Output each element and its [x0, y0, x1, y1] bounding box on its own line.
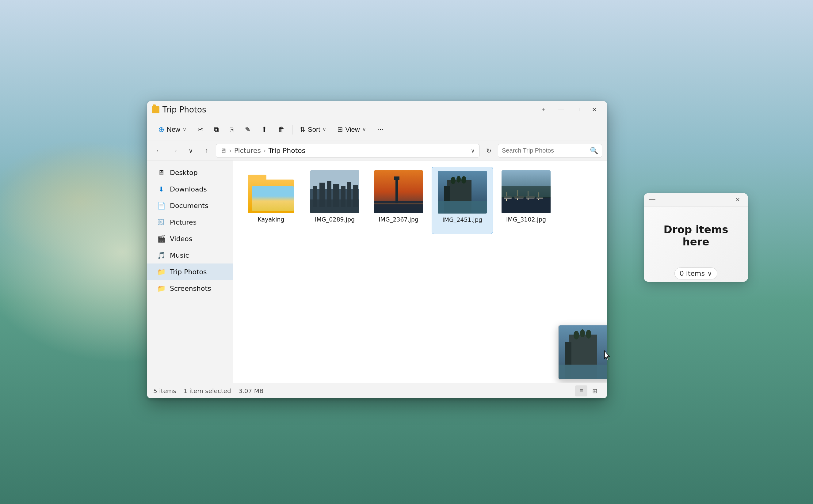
content-area: 🖥 Desktop 📌 ⬇ Downloads 📌 📄 Documents 📌 … — [147, 161, 607, 383]
share-button[interactable]: ⬆ — [256, 121, 272, 138]
sunset-svg — [374, 170, 423, 213]
copy-icon: ⧉ — [214, 126, 219, 134]
sort-chevron-icon: ∨ — [322, 127, 326, 132]
file-item-img3102[interactable]: IMG_3102.jpg — [496, 167, 557, 234]
window-icon — [152, 106, 159, 113]
breadcrumb-pictures[interactable]: Pictures — [234, 147, 261, 154]
trip-photos-icon: 📁 — [157, 267, 165, 276]
drop-panel-footer: 0 items ∨ — [644, 265, 748, 282]
svg-point-18 — [451, 177, 456, 184]
sidebar-label-documents: Documents — [170, 202, 208, 210]
rename-button[interactable]: ✎ — [240, 121, 255, 138]
delete-button[interactable]: 🗑 — [273, 121, 290, 138]
sidebar-item-videos[interactable]: 🎬 Videos 📌 — [147, 230, 233, 247]
sidebar-item-music[interactable]: 🎵 Music 📌 — [147, 247, 233, 263]
sidebar-label-downloads: Downloads — [170, 185, 207, 193]
sidebar-item-pictures[interactable]: 🖼 Pictures 📌 — [147, 214, 233, 230]
explorer-window: Trip Photos + — □ ✕ ⊕ New ∨ ✂ ⧉ ⎘ ✎ ⬆ � — [147, 101, 607, 398]
sidebar-item-screenshots[interactable]: 📁 Screenshots 📌 — [147, 280, 233, 297]
sidebar-item-downloads[interactable]: ⬇ Downloads 📌 — [147, 181, 233, 197]
items-chevron-icon: ∨ — [707, 270, 712, 277]
sidebar-label-music: Music — [170, 252, 189, 259]
city-svg — [310, 170, 359, 213]
view-button[interactable]: ⊞ View ∨ — [332, 121, 370, 138]
svg-point-36 — [574, 331, 579, 339]
maximize-button[interactable]: □ — [570, 104, 586, 116]
drop-panel-close-button[interactable]: ✕ — [732, 195, 743, 204]
items-count-badge[interactable]: 0 items ∨ — [674, 267, 717, 279]
file-item-img0289[interactable]: IMG_0289.jpg — [304, 167, 365, 234]
paste-icon: ⎘ — [230, 126, 234, 134]
desktop-icon: 🖥 — [157, 168, 165, 177]
cut-button[interactable]: ✂ — [192, 121, 208, 138]
search-box[interactable]: 🔍 — [498, 144, 602, 157]
back-button[interactable]: ← — [152, 144, 165, 157]
minimize-button[interactable]: — — [553, 104, 569, 116]
file-item-img2367[interactable]: IMG_2367.jpg — [368, 167, 429, 234]
item-count: 5 items — [153, 387, 176, 395]
breadcrumb-bar[interactable]: 🖥 › Pictures › Trip Photos ∨ — [216, 144, 480, 157]
cut-icon: ✂ — [197, 126, 203, 134]
close-button[interactable]: ✕ — [586, 104, 602, 116]
sidebar-label-trip-photos: Trip Photos — [170, 268, 207, 276]
list-view-button[interactable]: ≡ — [575, 385, 587, 396]
sidebar-label-screenshots: Screenshots — [170, 285, 211, 292]
videos-icon: 🎬 — [157, 234, 165, 243]
more-button[interactable]: ⋯ — [372, 121, 389, 138]
search-input[interactable] — [502, 147, 587, 154]
breadcrumb-dropdown-icon[interactable]: ∨ — [471, 147, 475, 154]
file-item-kayaking[interactable]: Kayaking — [240, 167, 302, 234]
add-tab-button[interactable]: + — [537, 104, 550, 115]
harbor-svg — [502, 170, 551, 213]
img2451-thumbnail — [438, 171, 487, 214]
toolbar-separator — [292, 125, 292, 135]
new-chevron-icon: ∨ — [183, 127, 186, 132]
kayaking-thumbnail — [246, 170, 295, 213]
svg-rect-39 — [559, 365, 607, 380]
view-chevron-icon: ∨ — [362, 127, 366, 132]
forward-button[interactable]: → — [168, 144, 181, 157]
paste-button[interactable]: ⎘ — [225, 121, 239, 138]
music-icon: 🎵 — [157, 251, 165, 260]
new-button[interactable]: ⊕ New ∨ — [153, 121, 191, 138]
sidebar-item-documents[interactable]: 📄 Documents 📌 — [147, 197, 233, 214]
svg-point-37 — [580, 329, 585, 337]
file-item-img2451[interactable]: IMG_2451.jpg — [432, 167, 493, 234]
folder-body — [248, 180, 294, 213]
sidebar-label-videos: Videos — [170, 235, 192, 243]
drop-panel-body: Drop items here — [644, 207, 748, 265]
pictures-icon: 🖼 — [157, 218, 165, 226]
sidebar-item-desktop[interactable]: 🖥 Desktop 📌 — [147, 164, 233, 181]
file-grid: Kayaking — [233, 161, 607, 383]
refresh-button[interactable]: ↻ — [482, 144, 496, 157]
window-controls: — □ ✕ — [553, 104, 602, 116]
downloads-icon: ⬇ — [157, 185, 165, 193]
up-button[interactable]: ↑ — [200, 144, 213, 157]
search-icon[interactable]: 🔍 — [590, 147, 598, 154]
drag-ghost-svg — [559, 325, 607, 380]
folder-inner — [252, 186, 294, 211]
svg-rect-12 — [394, 176, 399, 180]
breadcrumb-trip-photos[interactable]: Trip Photos — [268, 147, 306, 154]
img2367-thumbnail — [374, 170, 423, 213]
svg-point-38 — [586, 330, 591, 339]
copy-button[interactable]: ⧉ — [209, 121, 224, 138]
address-bar: ← → ∨ ↑ 🖥 › Pictures › Trip Photos ∨ ↻ 🔍 — [147, 141, 607, 161]
sidebar-label-pictures: Pictures — [170, 218, 196, 226]
history-button[interactable]: ∨ — [184, 144, 197, 157]
breadcrumb-root-icon: 🖥 — [220, 147, 226, 154]
grid-view-button[interactable]: ⊞ — [589, 385, 601, 396]
sort-button[interactable]: ⇅ Sort ∨ — [295, 121, 331, 138]
svg-rect-23 — [502, 197, 551, 213]
sidebar-item-trip-photos[interactable]: 📁 Trip Photos 📌 — [147, 263, 233, 280]
img3102-thumbnail — [502, 170, 551, 213]
documents-icon: 📄 — [157, 201, 165, 210]
view-toggles: ≡ ⊞ — [575, 385, 601, 396]
svg-rect-11 — [395, 176, 398, 204]
status-bar: 5 items 1 item selected 3.07 MB ≡ ⊞ — [147, 383, 607, 398]
img0289-name: IMG_0289.jpg — [315, 216, 355, 223]
kayaking-name: Kayaking — [257, 216, 284, 223]
drop-panel: ✕ Drop items here 0 items ∨ — [644, 193, 748, 282]
sidebar-label-desktop: Desktop — [170, 169, 198, 176]
coast-svg — [438, 171, 487, 214]
